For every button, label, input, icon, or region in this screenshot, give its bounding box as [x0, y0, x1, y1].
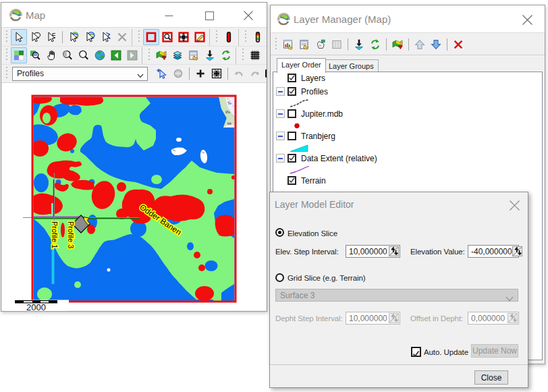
layer-tree-item-layers[interactable]: Layers — [273, 72, 542, 86]
refresh-button[interactable] — [218, 47, 234, 63]
grid-slice-label: Grid Slice (e.g. Terrain) — [287, 274, 366, 282]
profile-globe-button[interactable] — [170, 65, 186, 82]
import-layer-button[interactable] — [351, 36, 367, 53]
toolbar-separator — [408, 38, 409, 51]
profiles-combobox[interactable]: Profiles — [12, 67, 148, 81]
zoom-in-button[interactable] — [76, 47, 92, 63]
tab-layer-order[interactable]: Layer Order — [277, 58, 326, 73]
list-select-cursor-button[interactable] — [43, 29, 59, 45]
layer-style-properties-button[interactable] — [280, 36, 296, 53]
model-slice-raster: Te Øa kk — [31, 96, 236, 302]
surface-combobox-value: Surface 3 — [276, 291, 314, 300]
layer-model-editor-close-button[interactable] — [505, 196, 524, 214]
layers-stack-button[interactable] — [169, 47, 186, 63]
collapse-minus-icon[interactable] — [276, 132, 285, 140]
rename-layer-button[interactable] — [312, 36, 329, 53]
map-theme-button[interactable] — [389, 36, 406, 53]
extent-edit-button[interactable] — [192, 29, 208, 45]
layer-tree-item-profiles[interactable]: Profiles — [273, 86, 542, 99]
pan-hand-button[interactable] — [43, 47, 59, 63]
layer-label: Profiles — [301, 87, 328, 96]
zoom-window-button[interactable] — [27, 47, 43, 63]
collapse-minus-icon[interactable] — [276, 87, 285, 96]
spin-updown-button-disabled — [389, 313, 399, 323]
layer-manager-tabs: Layer Order Layer Groups — [272, 58, 543, 72]
layer-tree-item-terrain[interactable]: Terrain — [273, 175, 542, 188]
layer-manager-titlebar: Layer Manager (Map) — [271, 5, 545, 33]
layer-legend-cyan-triangle — [273, 144, 542, 152]
toolbar-grip — [244, 30, 248, 44]
depth-step-interval-label: Depht Step Interval: — [275, 314, 343, 323]
add-node-grid-button[interactable] — [209, 65, 225, 82]
surface-combobox[interactable]: Surface 3 — [275, 289, 518, 302]
toolbar-grip — [138, 30, 141, 44]
attribute-table-button[interactable] — [329, 36, 345, 53]
globe-select-cursor-button[interactable] — [65, 29, 82, 45]
previous-view-button[interactable] — [108, 47, 124, 63]
select-cursor-button[interactable] — [11, 29, 27, 45]
zoom-box-button[interactable] — [11, 47, 27, 63]
undo-button[interactable] — [231, 65, 247, 82]
layer-tree-item-tranbjerg[interactable]: Tranbjerg — [273, 130, 542, 144]
close-button[interactable]: Close — [474, 370, 508, 385]
toolbar-grip — [242, 49, 245, 62]
grid-toggle-button[interactable] — [247, 47, 263, 63]
layer-visibility-checkbox[interactable] — [287, 132, 296, 140]
elevation-value-field[interactable]: -40,000000 — [468, 245, 519, 258]
extent-rectangle-button[interactable] — [143, 29, 159, 45]
move-layer-up-button[interactable] — [412, 36, 428, 53]
layer-visibility-checkbox[interactable] — [287, 154, 296, 163]
layer-properties-button[interactable] — [296, 36, 312, 53]
layer-visibility-checkbox[interactable] — [287, 87, 296, 96]
zoom-out-button[interactable] — [59, 47, 76, 63]
layer-manager-toolbar — [271, 34, 545, 55]
layer-manager-close-button[interactable] — [518, 11, 537, 28]
grid-slice-radio[interactable] — [275, 273, 284, 282]
elev-step-interval-field[interactable]: 10,000000 — [346, 245, 400, 258]
delete-selection-button[interactable] — [114, 29, 130, 45]
inset-text-fragment: Te — [227, 101, 231, 105]
add-point-cursor-button[interactable] — [154, 65, 170, 82]
elevation-slice-label: Elevation Slice — [287, 229, 337, 237]
add-node-button[interactable] — [192, 65, 209, 82]
spin-updown-button[interactable] — [512, 246, 522, 256]
layer-visibility-checkbox[interactable] — [287, 74, 296, 82]
redo-button[interactable] — [247, 65, 263, 82]
elevation-slice-radio[interactable] — [275, 228, 284, 237]
globe-deselect-cursor-button[interactable] — [82, 29, 98, 45]
extent-zoom-button[interactable] — [159, 29, 175, 45]
map-theme-button[interactable] — [153, 47, 169, 63]
toolbar-grip — [5, 67, 9, 80]
layer-properties-button[interactable] — [186, 47, 202, 63]
layer-visibility-checkbox[interactable] — [287, 176, 296, 185]
elev-step-interval-label: Elev. Step Interval: — [275, 248, 339, 256]
move-layer-down-button[interactable] — [428, 36, 444, 53]
layer-tree-item-data-extent-relative-[interactable]: Data Extent (relative) — [273, 152, 542, 166]
map-close-button[interactable] — [239, 7, 258, 24]
map-canvas[interactable]: Te Øa kk P — [2, 83, 266, 310]
collapse-minus-icon[interactable] — [276, 109, 285, 118]
minimize-button[interactable] — [159, 7, 178, 24]
tab-layer-groups[interactable]: Layer Groups — [324, 59, 379, 72]
toolbar-separator — [62, 31, 63, 43]
app-globe-icon — [277, 12, 291, 29]
remove-layer-button[interactable] — [450, 36, 466, 53]
toolbar-separator — [348, 38, 348, 51]
zoom-full-globe-button[interactable] — [92, 47, 108, 63]
collapse-minus-icon[interactable] — [276, 154, 285, 163]
layer-visibility-checkbox[interactable] — [287, 109, 296, 118]
line-select-cursor-button[interactable] — [98, 29, 114, 45]
clipped-tool-button[interactable] — [263, 65, 267, 82]
maximize-button[interactable] — [200, 7, 219, 24]
extent-move-button[interactable] — [175, 29, 192, 45]
layer-tree-item-jupiter-mdb[interactable]: Jupiter.mdb — [273, 108, 542, 121]
refresh-button[interactable] — [367, 36, 383, 53]
borehole-red-button[interactable] — [221, 29, 237, 45]
next-view-button[interactable] — [124, 47, 140, 63]
spin-updown-button[interactable] — [389, 246, 399, 256]
layer-legend-black-line — [273, 99, 542, 108]
auto-update-checkbox[interactable] — [411, 347, 421, 357]
lasso-select-cursor-button[interactable] — [27, 29, 43, 45]
import-layer-button[interactable] — [202, 47, 218, 63]
borehole-colored-button[interactable] — [250, 29, 266, 45]
